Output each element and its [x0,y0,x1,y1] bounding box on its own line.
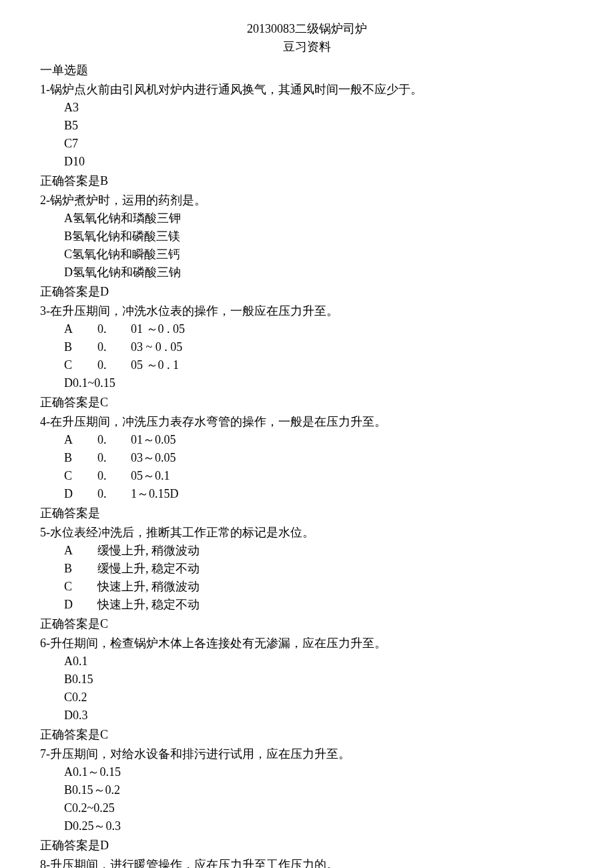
option-value: 05 ～0 . 1 [131,356,185,374]
option-value: 03 ~ 0 . 05 [131,338,185,356]
option-value: 03～0.05 [131,449,179,467]
question-option-row: C 0. 05 ～0 . 1 [64,356,185,374]
question-answer: 正确答案是 [40,504,574,522]
question-answer: 正确答案是D [40,837,574,855]
option-letter: B [64,338,97,356]
option-prefix: 0. [97,467,131,485]
question-stem: 6-升任期间，检查锅炉木体上各连接处有无渗漏，应在压力升至。 [40,634,574,653]
option-prefix: 0. [97,338,131,356]
question-stem: 8-升压期间，进行暖管操作，应在压力升至工作压力的。 [40,856,574,868]
question-stem: 7-升压期间，对给水设备和排污进行试用，应在压力升至。 [40,745,574,763]
option-letter: B [64,449,97,467]
option-value: 1～0.15D [131,485,179,503]
question-option: D0.25～0.3 [40,817,574,835]
option-letter: B [64,560,97,578]
question-option: B0.15～0.2 [40,781,574,799]
option-value: 缓慢上升, 稍微波动 [97,542,200,560]
question-option: B氢氧化钠和磷酸三镁 [40,228,574,246]
question-option-row: A 0. 01 ～0 . 05 [64,320,185,338]
question-option-table: A 0. 01～0.05 B 0. 03～0.05 C 0. 05～0.1 D … [40,431,179,503]
option-value: 快速上升, 稍微波动 [97,578,200,596]
question-option: D10 [40,153,574,171]
question-option-table: A 0. 01 ～0 . 05 B 0. 03 ~ 0 . 05 C 0. 05… [40,320,185,374]
option-letter: D [64,485,97,503]
document-title: 20130083二级锅炉司炉 [40,20,574,38]
option-value: 缓慢上升, 稳定不动 [97,560,200,578]
question-option: C7 [40,135,574,153]
question-option-row: C 0. 05～0.1 [64,467,179,485]
option-value: 05～0.1 [131,467,179,485]
question-option-row: B 0. 03 ~ 0 . 05 [64,338,185,356]
question-option-row: A 0. 01～0.05 [64,431,179,449]
option-prefix: 0. [97,449,131,467]
question-option: C0.2~0.25 [40,799,574,817]
section-header: 一单选题 [40,61,574,79]
question-option-row: D 快速上升, 稳定不动 [64,596,200,614]
option-letter: C [64,356,97,374]
question-option: D氢氧化钠和磷酸三钠 [40,264,574,282]
question-stem: 2-锅炉煮炉时，运用的药剂是。 [40,191,574,209]
question-answer: 正确答案是C [40,726,574,744]
question-option-row: A 缓慢上升, 稍微波动 [64,542,200,560]
question-option: A3 [40,99,574,117]
question-option: C氢氧化钠和瞬酸三钙 [40,246,574,264]
question-option: A氢氧化钠和璘酸三钾 [40,209,574,228]
question-stem: 4-在升压期间，冲洗压力表存水弯管的操作，一般是在压力升至。 [40,413,574,431]
option-prefix: 0. [97,485,131,503]
question-answer: 正确答案是D [40,283,574,301]
question-option-table: A 缓慢上升, 稍微波动 B 缓慢上升, 稳定不动 C 快速上升, 稍微波动 D… [40,542,200,614]
option-letter: C [64,467,97,485]
question-stem: 3-在升压期间，冲洗水位表的操作，一般应在压力升至。 [40,302,574,320]
question-option: A0.1 [40,653,574,671]
question-option-row: B 0. 03～0.05 [64,449,179,467]
option-letter: C [64,578,97,596]
question-option-row: D 0. 1～0.15D [64,485,179,503]
question-option: D0.1~0.15 [40,374,574,392]
question-option-row: B 缓慢上升, 稳定不动 [64,560,200,578]
option-letter: D [64,596,97,614]
option-letter: A [64,542,97,560]
question-stem: 1-锅炉点火前由引风机对炉内进行通风换气，其通风时间一般不应少于。 [40,81,574,99]
option-letter: A [64,320,97,338]
question-option: B5 [40,117,574,135]
document-subtitle: 豆习资料 [40,38,574,56]
question-option: C0.2 [40,689,574,707]
question-answer: 正确答案是C [40,394,574,412]
option-prefix: 0. [97,356,131,374]
option-prefix: 0. [97,431,131,449]
option-value: 01～0.05 [131,431,179,449]
question-stem: 5-水位表经冲洗后，推断其工作正常的标记是水位。 [40,524,574,542]
question-answer: 正确答案是B [40,172,574,190]
option-value: 01 ～0 . 05 [131,320,185,338]
question-option: A0.1～0.15 [40,763,574,781]
question-option-row: C 快速上升, 稍微波动 [64,578,200,596]
option-value: 快速上升, 稳定不动 [97,596,200,614]
option-prefix: 0. [97,320,131,338]
question-answer: 正确答案是C [40,615,574,633]
option-letter: A [64,431,97,449]
question-option: B0.15 [40,671,574,689]
question-option: D0.3 [40,707,574,725]
